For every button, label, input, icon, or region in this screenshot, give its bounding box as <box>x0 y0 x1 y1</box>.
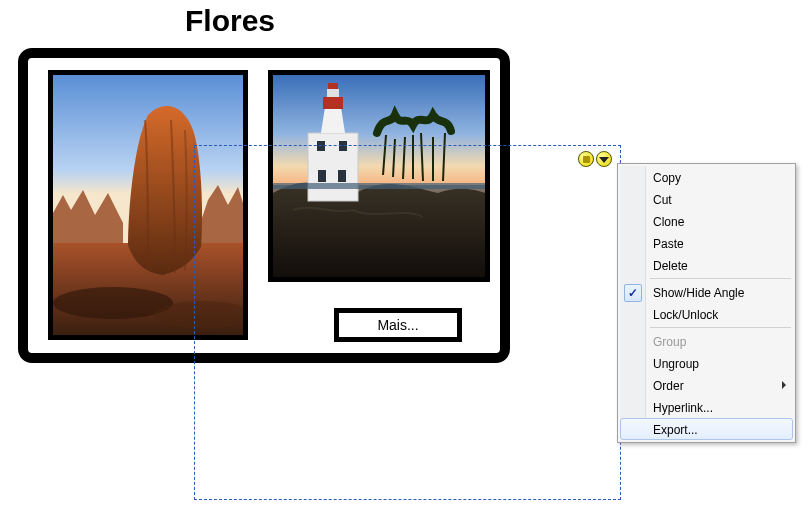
photo-left-frame[interactable] <box>48 70 248 340</box>
svg-rect-14 <box>317 141 325 151</box>
submenu-arrow-icon <box>782 381 786 389</box>
selection-dropdown-icon[interactable] <box>596 151 612 167</box>
menu-item-ungroup[interactable]: Ungroup <box>620 352 793 374</box>
menu-item-label: Export... <box>653 423 698 437</box>
svg-rect-6 <box>308 133 358 201</box>
svg-rect-15 <box>339 141 347 151</box>
menu-item-copy[interactable]: Copy <box>620 166 793 188</box>
menu-item-label: Clone <box>653 215 684 229</box>
menu-item-label: Ungroup <box>653 357 699 371</box>
menu-item-label: Order <box>653 379 684 393</box>
svg-rect-11 <box>328 83 338 89</box>
selection-handle-icon[interactable] <box>578 151 594 167</box>
more-button[interactable]: Mais... <box>334 308 462 342</box>
menu-item-label: Hyperlink... <box>653 401 713 415</box>
flores-card: Mais... <box>18 48 510 363</box>
menu-item-label: Copy <box>653 171 681 185</box>
menu-item-clone[interactable]: Clone <box>620 210 793 232</box>
svg-rect-16 <box>273 183 485 189</box>
svg-rect-9 <box>323 97 343 109</box>
selection-handles <box>578 151 612 167</box>
menu-separator <box>650 278 791 279</box>
menu-item-show-hide-angle[interactable]: ✓ Show/Hide Angle <box>620 281 793 303</box>
menu-item-cut[interactable]: Cut <box>620 188 793 210</box>
photo-left-image <box>53 75 243 335</box>
menu-item-order[interactable]: Order <box>620 374 793 396</box>
menu-item-label: Paste <box>653 237 684 251</box>
svg-marker-8 <box>321 107 345 133</box>
photo-right-image <box>273 75 485 277</box>
menu-item-label: Group <box>653 335 686 349</box>
menu-item-label: Cut <box>653 193 672 207</box>
context-menu: Copy Cut Clone Paste Delete ✓ Show/Hide … <box>617 163 796 443</box>
svg-rect-13 <box>338 170 346 182</box>
menu-item-export[interactable]: Export... <box>620 418 793 440</box>
menu-item-group: Group <box>620 330 793 352</box>
menu-item-label: Delete <box>653 259 688 273</box>
check-icon: ✓ <box>624 284 642 302</box>
menu-item-label: Lock/Unlock <box>653 308 718 322</box>
page-title: Flores <box>185 4 275 38</box>
menu-item-paste[interactable]: Paste <box>620 232 793 254</box>
svg-rect-12 <box>318 170 326 182</box>
menu-item-delete[interactable]: Delete <box>620 254 793 276</box>
menu-separator <box>650 327 791 328</box>
photo-right-frame[interactable] <box>268 70 490 282</box>
menu-item-label: Show/Hide Angle <box>653 286 744 300</box>
more-button-label: Mais... <box>377 317 418 333</box>
svg-rect-10 <box>327 89 339 97</box>
menu-item-lock-unlock[interactable]: Lock/Unlock <box>620 303 793 325</box>
menu-item-hyperlink[interactable]: Hyperlink... <box>620 396 793 418</box>
